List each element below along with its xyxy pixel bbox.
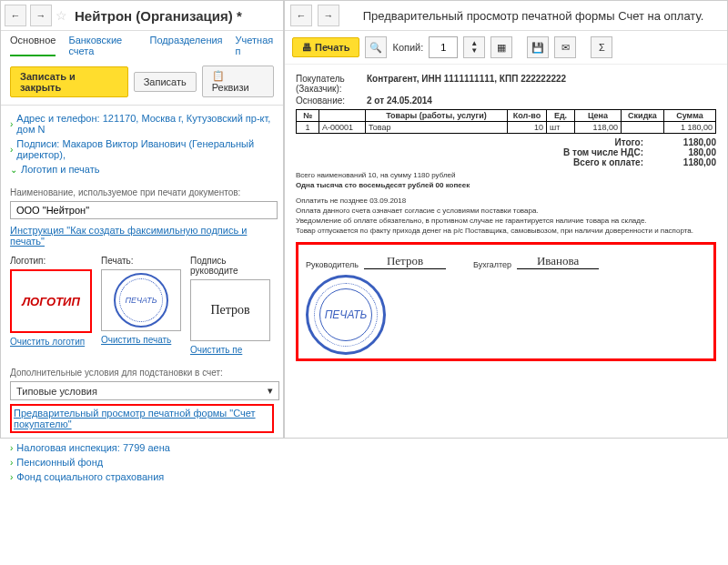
dropdown-icon: ▾ [268, 385, 273, 397]
tree-pens[interactable]: ›Пенсионный фонд [10, 455, 274, 469]
summary1: Всего наименований 10, на сумму 1180 руб… [296, 171, 716, 179]
document-preview: Покупатель (Заказчик):Контрагент, ИНН 11… [285, 65, 727, 368]
tree-logo-text: Логотип и печать [21, 164, 99, 175]
sign-thumb[interactable]: Петров [190, 279, 270, 341]
logo-label: Логотип: [10, 256, 92, 266]
tree-soc[interactable]: ›Фонд социального страхования [10, 469, 274, 484]
stamp-thumb[interactable]: ПЕЧАТЬ [101, 269, 181, 331]
tabs-bar: Основное Банковские счета Подразделения … [1, 31, 283, 60]
chevron-down-icon: ⌄ [10, 165, 17, 175]
print-button[interactable]: 🖶 Печать [292, 37, 359, 57]
sigma-button[interactable]: Σ [591, 36, 612, 58]
tab-bank[interactable]: Банковские счета [68, 35, 136, 56]
forward-button-r[interactable]: → [318, 5, 339, 26]
buyer-label: Покупатель (Заказчик): [296, 74, 361, 94]
spinner-up-icon[interactable]: ▲▼ [463, 36, 485, 58]
zoom-button[interactable]: 🔍 [365, 36, 387, 58]
fine2: Оплата данного счета означает согласие с… [296, 207, 716, 215]
instruction-link[interactable]: Инструкция "Как создать факсимильную под… [10, 225, 247, 247]
left-toolbar: ← → ☆ Нейтрон (Организация) * [1, 1, 283, 31]
save-close-button[interactable]: Записать и закрыть [10, 66, 128, 97]
tree-tax[interactable]: ›Налоговая инспекция: 7799 аена [10, 440, 274, 455]
tab-dept[interactable]: Подразделения [150, 35, 223, 56]
tree-pens-text: Пенсионный фонд [16, 457, 103, 468]
tab-acct[interactable]: Учетная п [236, 35, 274, 56]
stamp-big-icon: ПЕЧАТЬ [306, 275, 386, 355]
favorite-icon[interactable]: ☆ [56, 8, 67, 23]
totals-block: Итого:1180,00 В том числе НДС:180,00 Все… [296, 137, 716, 167]
template-button[interactable]: ▦ [490, 36, 512, 58]
stamp-label: Печать: [101, 256, 181, 266]
copies-label: Копий: [392, 42, 423, 53]
items-table: № Товары (работы, услуги) Кол-во Ед. Цен… [296, 109, 716, 134]
tree-tax-text: Налоговая инспекция: 7799 аена [16, 442, 170, 453]
cond-value: Типовые условия [16, 386, 97, 397]
fine1: Оплатить не позднее 03.09.2018 [296, 197, 716, 205]
tree-address[interactable]: ›Адрес и телефон: 121170, Москва г, Куту… [10, 111, 274, 136]
logo-thumb[interactable]: ЛОГОТИП [10, 269, 92, 333]
page-title: Нейтрон (Организация) * [75, 8, 242, 24]
tree-signs-text: Подписи: Макаров Виктор Иванович (Генера… [16, 138, 274, 160]
requisites-button[interactable]: 📋 Реквизи [202, 66, 274, 97]
stamp-icon: ПЕЧАТЬ [114, 273, 168, 328]
cond-hint: Дополнительные условия для подстановки в… [10, 368, 274, 378]
signatures-area: РуководительПетров БухгалтерИванова ПЕЧА… [296, 242, 716, 361]
back-button[interactable]: ← [5, 5, 26, 26]
acc-label: Бухгалтер [473, 260, 511, 269]
acc-sign: Иванова [517, 254, 599, 269]
clear-sign-link[interactable]: Очистить пе [190, 345, 274, 355]
cond-select[interactable]: Типовые условия▾ [10, 381, 279, 400]
head-sign: Петров [364, 254, 446, 269]
logo-text: ЛОГОТИП [22, 295, 80, 308]
preview-link[interactable]: Предварительный просмотр печатной формы … [14, 408, 256, 429]
tree-logo[interactable]: ⌄Логотип и печать [10, 162, 274, 177]
basis-value: 2 от 24.05.2014 [367, 96, 432, 106]
requisites-label: Реквизи [212, 82, 249, 93]
mail-button[interactable]: ✉ [554, 36, 576, 58]
clear-stamp-link[interactable]: Очистить печать [101, 335, 181, 345]
head-label: Руководитель [306, 260, 359, 269]
table-row: 1 А-00001 Товар 10 шт 118,00 1 180,00 [297, 122, 716, 134]
forward-button[interactable]: → [30, 5, 52, 26]
name-hint: Наименование, используемое при печати до… [10, 187, 274, 197]
basis-label: Основание: [296, 96, 361, 106]
right-toolbar: ← → Предварительный просмотр печатной фо… [285, 1, 727, 31]
sign-text: Петров [210, 303, 249, 318]
sign-label: Подпись руководите [190, 256, 274, 276]
back-button-r[interactable]: ← [290, 5, 312, 26]
chevron-right-icon: › [10, 472, 13, 482]
clear-logo-link[interactable]: Очистить логотип [10, 337, 92, 347]
fine4: Товар отпускается по факту прихода денег… [296, 227, 716, 235]
buyer-value: Контрагент, ИНН 1111111111, КПП 22222222… [367, 74, 566, 94]
preview-title: Предварительный просмотр печатной формы … [345, 5, 722, 26]
chevron-right-icon: › [10, 145, 13, 155]
tree-signs[interactable]: ›Подписи: Макаров Виктор Иванович (Генер… [10, 136, 274, 162]
save-button[interactable]: Записать [134, 72, 197, 92]
tree-soc-text: Фонд социального страхования [16, 471, 164, 482]
copies-input[interactable] [429, 36, 458, 58]
chevron-right-icon: › [10, 119, 13, 129]
summary2: Одна тысяча сто восемьдесят рублей 00 ко… [296, 181, 716, 189]
chevron-right-icon: › [10, 443, 13, 453]
save-file-button[interactable]: 💾 [527, 36, 549, 58]
chevron-right-icon: › [10, 458, 13, 468]
fine3: Уведомление об оплате обязательно, в про… [296, 217, 716, 225]
name-input[interactable] [10, 201, 278, 219]
tab-main[interactable]: Основное [10, 35, 56, 56]
tree-address-text: Адрес и телефон: 121170, Москва г, Кутуз… [16, 113, 274, 135]
